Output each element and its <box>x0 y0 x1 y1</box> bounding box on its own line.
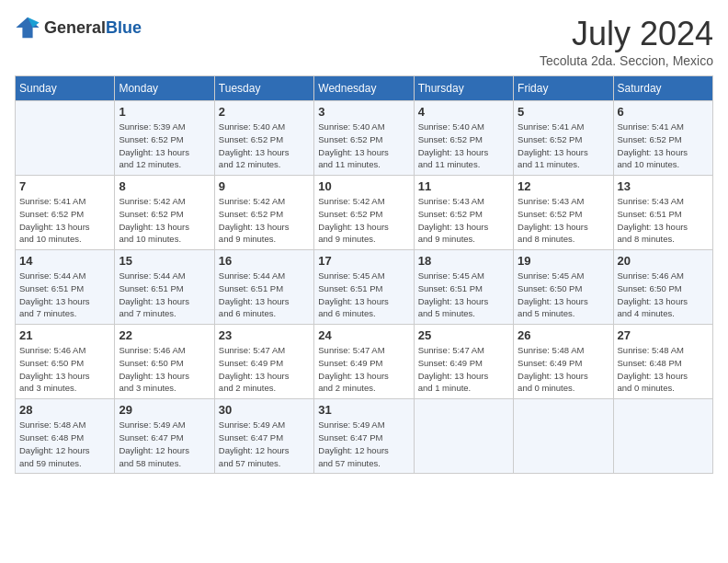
calendar-cell: 24Sunrise: 5:47 AM Sunset: 6:49 PM Dayli… <box>314 325 414 399</box>
day-info: Sunrise: 5:43 AM Sunset: 6:52 PM Dayligh… <box>418 195 509 246</box>
day-number: 21 <box>19 328 110 342</box>
calendar-cell: 16Sunrise: 5:44 AM Sunset: 6:51 PM Dayli… <box>214 250 313 325</box>
day-header-wednesday: Wednesday <box>314 76 414 101</box>
day-number: 15 <box>119 254 210 268</box>
week-row-3: 14Sunrise: 5:44 AM Sunset: 6:51 PM Dayli… <box>16 250 713 325</box>
day-number: 2 <box>219 105 310 119</box>
calendar-cell: 13Sunrise: 5:43 AM Sunset: 6:51 PM Dayli… <box>613 176 712 250</box>
day-info: Sunrise: 5:40 AM Sunset: 6:52 PM Dayligh… <box>318 121 409 171</box>
calendar-cell: 3Sunrise: 5:40 AM Sunset: 6:52 PM Daylig… <box>314 101 414 176</box>
calendar-cell: 28Sunrise: 5:48 AM Sunset: 6:48 PM Dayli… <box>16 399 115 474</box>
title-area: July 2024 Tecoluta 2da. Seccion, Mexico <box>540 15 713 68</box>
day-number: 13 <box>618 179 709 193</box>
day-info: Sunrise: 5:43 AM Sunset: 6:52 PM Dayligh… <box>518 195 609 246</box>
day-header-saturday: Saturday <box>613 76 712 101</box>
day-info: Sunrise: 5:47 AM Sunset: 6:49 PM Dayligh… <box>318 344 409 395</box>
day-info: Sunrise: 5:46 AM Sunset: 6:50 PM Dayligh… <box>19 344 110 395</box>
day-info: Sunrise: 5:43 AM Sunset: 6:51 PM Dayligh… <box>618 195 709 246</box>
day-info: Sunrise: 5:40 AM Sunset: 6:52 PM Dayligh… <box>219 121 310 171</box>
month-title: July 2024 <box>540 15 713 53</box>
day-number: 19 <box>518 254 609 268</box>
logo: GeneralBlue <box>15 15 142 40</box>
day-info: Sunrise: 5:46 AM Sunset: 6:50 PM Dayligh… <box>119 344 210 395</box>
day-info: Sunrise: 5:44 AM Sunset: 6:51 PM Dayligh… <box>219 270 310 320</box>
calendar-cell: 17Sunrise: 5:45 AM Sunset: 6:51 PM Dayli… <box>314 250 414 325</box>
day-number: 4 <box>418 105 509 119</box>
logo-blue: Blue <box>106 18 142 37</box>
day-info: Sunrise: 5:44 AM Sunset: 6:51 PM Dayligh… <box>119 270 210 320</box>
calendar-cell: 14Sunrise: 5:44 AM Sunset: 6:51 PM Dayli… <box>16 250 115 325</box>
day-number: 9 <box>219 179 310 193</box>
calendar-cell: 18Sunrise: 5:45 AM Sunset: 6:51 PM Dayli… <box>414 250 513 325</box>
calendar-cell: 15Sunrise: 5:44 AM Sunset: 6:51 PM Dayli… <box>115 250 214 325</box>
day-number: 20 <box>618 254 709 268</box>
week-row-4: 21Sunrise: 5:46 AM Sunset: 6:50 PM Dayli… <box>16 325 713 399</box>
day-number: 7 <box>19 179 110 193</box>
calendar-cell: 19Sunrise: 5:45 AM Sunset: 6:50 PM Dayli… <box>514 250 613 325</box>
day-info: Sunrise: 5:45 AM Sunset: 6:51 PM Dayligh… <box>418 270 509 320</box>
day-number: 24 <box>318 328 409 342</box>
day-info: Sunrise: 5:41 AM Sunset: 6:52 PM Dayligh… <box>19 195 110 246</box>
day-info: Sunrise: 5:40 AM Sunset: 6:52 PM Dayligh… <box>418 121 509 171</box>
calendar-cell: 31Sunrise: 5:49 AM Sunset: 6:47 PM Dayli… <box>314 399 414 474</box>
day-info: Sunrise: 5:49 AM Sunset: 6:47 PM Dayligh… <box>219 419 310 469</box>
day-number: 28 <box>19 403 110 417</box>
day-info: Sunrise: 5:42 AM Sunset: 6:52 PM Dayligh… <box>219 195 310 246</box>
day-info: Sunrise: 5:45 AM Sunset: 6:50 PM Dayligh… <box>518 270 609 320</box>
day-number: 10 <box>318 179 409 193</box>
calendar-cell: 5Sunrise: 5:41 AM Sunset: 6:52 PM Daylig… <box>514 101 613 176</box>
calendar-cell: 23Sunrise: 5:47 AM Sunset: 6:49 PM Dayli… <box>214 325 313 399</box>
day-number: 22 <box>119 328 210 342</box>
day-header-tuesday: Tuesday <box>214 76 313 101</box>
day-info: Sunrise: 5:47 AM Sunset: 6:49 PM Dayligh… <box>219 344 310 395</box>
day-number: 16 <box>219 254 310 268</box>
day-info: Sunrise: 5:44 AM Sunset: 6:51 PM Dayligh… <box>19 270 110 320</box>
week-row-2: 7Sunrise: 5:41 AM Sunset: 6:52 PM Daylig… <box>16 176 713 250</box>
calendar-cell: 7Sunrise: 5:41 AM Sunset: 6:52 PM Daylig… <box>16 176 115 250</box>
logo-text: GeneralBlue <box>44 18 142 38</box>
calendar-cell: 1Sunrise: 5:39 AM Sunset: 6:52 PM Daylig… <box>115 101 214 176</box>
day-number: 6 <box>618 105 709 119</box>
calendar-cell: 30Sunrise: 5:49 AM Sunset: 6:47 PM Dayli… <box>214 399 313 474</box>
day-info: Sunrise: 5:48 AM Sunset: 6:48 PM Dayligh… <box>19 419 110 469</box>
logo-icon <box>15 15 40 40</box>
calendar-cell: 22Sunrise: 5:46 AM Sunset: 6:50 PM Dayli… <box>115 325 214 399</box>
day-info: Sunrise: 5:41 AM Sunset: 6:52 PM Dayligh… <box>618 121 709 171</box>
location-subtitle: Tecoluta 2da. Seccion, Mexico <box>540 53 713 68</box>
day-info: Sunrise: 5:47 AM Sunset: 6:49 PM Dayligh… <box>418 344 509 395</box>
week-row-1: 1Sunrise: 5:39 AM Sunset: 6:52 PM Daylig… <box>16 101 713 176</box>
day-number: 3 <box>318 105 409 119</box>
day-number: 17 <box>318 254 409 268</box>
day-number: 5 <box>518 105 609 119</box>
day-number: 23 <box>219 328 310 342</box>
calendar-cell: 27Sunrise: 5:48 AM Sunset: 6:48 PM Dayli… <box>613 325 712 399</box>
day-info: Sunrise: 5:49 AM Sunset: 6:47 PM Dayligh… <box>318 419 409 469</box>
calendar-cell: 25Sunrise: 5:47 AM Sunset: 6:49 PM Dayli… <box>414 325 513 399</box>
calendar-cell: 4Sunrise: 5:40 AM Sunset: 6:52 PM Daylig… <box>414 101 513 176</box>
calendar-cell: 6Sunrise: 5:41 AM Sunset: 6:52 PM Daylig… <box>613 101 712 176</box>
logo-general: General <box>44 18 106 37</box>
day-info: Sunrise: 5:45 AM Sunset: 6:51 PM Dayligh… <box>318 270 409 320</box>
day-number: 29 <box>119 403 210 417</box>
day-number: 30 <box>219 403 310 417</box>
day-number: 12 <box>518 179 609 193</box>
calendar-cell: 8Sunrise: 5:42 AM Sunset: 6:52 PM Daylig… <box>115 176 214 250</box>
calendar-cell: 12Sunrise: 5:43 AM Sunset: 6:52 PM Dayli… <box>514 176 613 250</box>
day-number: 25 <box>418 328 509 342</box>
day-info: Sunrise: 5:42 AM Sunset: 6:52 PM Dayligh… <box>119 195 210 246</box>
calendar-cell: 11Sunrise: 5:43 AM Sunset: 6:52 PM Dayli… <box>414 176 513 250</box>
day-header-thursday: Thursday <box>414 76 513 101</box>
calendar-cell: 26Sunrise: 5:48 AM Sunset: 6:49 PM Dayli… <box>514 325 613 399</box>
calendar-table: SundayMondayTuesdayWednesdayThursdayFrid… <box>15 75 713 474</box>
calendar-cell <box>514 399 613 474</box>
calendar-cell: 9Sunrise: 5:42 AM Sunset: 6:52 PM Daylig… <box>214 176 313 250</box>
calendar-cell <box>613 399 712 474</box>
calendar-cell: 20Sunrise: 5:46 AM Sunset: 6:50 PM Dayli… <box>613 250 712 325</box>
svg-marker-0 <box>16 17 39 38</box>
day-header-sunday: Sunday <box>16 76 115 101</box>
calendar-cell: 29Sunrise: 5:49 AM Sunset: 6:47 PM Dayli… <box>115 399 214 474</box>
calendar-cell <box>16 101 115 176</box>
day-header-monday: Monday <box>115 76 214 101</box>
calendar-cell: 21Sunrise: 5:46 AM Sunset: 6:50 PM Dayli… <box>16 325 115 399</box>
calendar-header-row: SundayMondayTuesdayWednesdayThursdayFrid… <box>16 76 713 101</box>
